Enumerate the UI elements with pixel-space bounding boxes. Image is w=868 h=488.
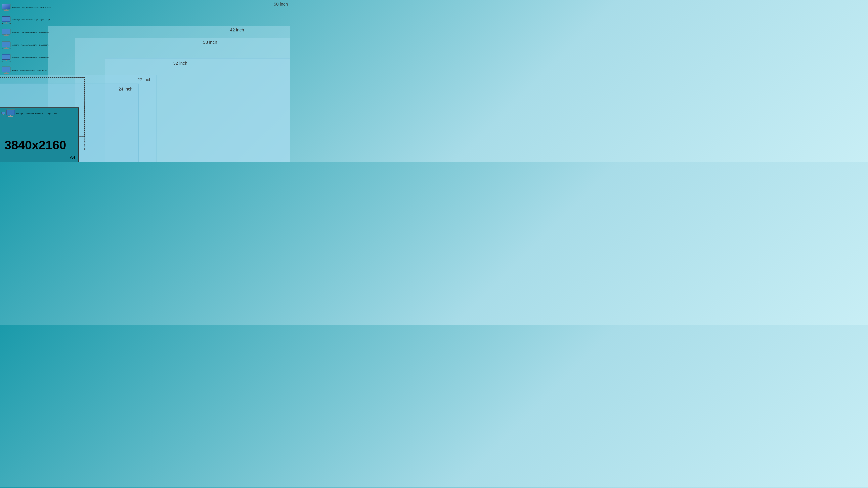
svg-rect-45 [6, 117, 7, 117]
svg-rect-42 [7, 110, 14, 115]
svg-rect-16 [4, 35, 8, 36]
svg-rect-32 [2, 67, 10, 72]
svg-rect-26 [2, 55, 10, 59]
svg-rect-9 [6, 22, 6, 23]
svg-rect-3 [6, 9, 6, 10]
monitor-icon-5 [1, 54, 11, 62]
label-27-inch: 27 inch [137, 77, 152, 83]
svg-rect-5 [2, 11, 3, 11]
svg-rect-20 [2, 42, 10, 47]
font-labels-6: Arial 4.5pt Times New Roman 4.5pt Segoe … [12, 70, 46, 71]
svg-rect-46 [14, 117, 15, 117]
sidebar-row-6: Arial 4.5pt Times New Roman 4.5pt Segoe … [0, 66, 58, 75]
font-labels-3: Arial 9.09pt Times New Roman 9.11pt Sego… [12, 32, 49, 33]
label-50-inch: 50 inch [274, 2, 288, 7]
monitor-icon-6 [1, 66, 11, 74]
sidebar-row-2: Arial 10.09pt Times New Roman 10.9pt Seg… [0, 15, 58, 24]
svg-rect-2 [2, 4, 10, 9]
svg-rect-12 [9, 23, 10, 24]
sidebar: Arial 13.07pt Times New Roman 13.07pt Se… [0, 0, 58, 77]
a4-label: A4 [70, 155, 75, 160]
svg-rect-40 [2, 115, 4, 115]
svg-rect-14 [2, 29, 10, 34]
sidebar-row-5: Arial 5.87pt Times New Roman 5.17pt Sego… [0, 53, 58, 62]
monitor-icon-2 [1, 16, 11, 24]
font-labels-2: Arial 10.09pt Times New Roman 10.9pt Seg… [12, 19, 50, 21]
monitor-icon-1 [1, 3, 11, 11]
svg-rect-44 [8, 116, 13, 117]
svg-rect-18 [9, 36, 10, 36]
resolution-text: 3840x2160 [4, 138, 66, 152]
font-labels-4: Arial 6.57pt Times New Roman 6.17pt Sego… [12, 44, 49, 46]
svg-rect-34 [4, 73, 8, 74]
svg-rect-36 [9, 74, 10, 74]
font-labels-5: Arial 5.87pt Times New Roman 5.17pt Sego… [12, 57, 49, 58]
monitor-4k-display: Arial 12pt Times New Roman 12pt Segoe UI… [0, 107, 79, 162]
svg-rect-6 [9, 11, 10, 11]
svg-rect-33 [6, 72, 6, 73]
svg-rect-21 [6, 47, 6, 48]
svg-rect-10 [4, 23, 8, 24]
svg-rect-8 [2, 17, 10, 22]
svg-rect-38 [2, 112, 5, 114]
svg-rect-35 [2, 74, 3, 74]
monitor-icon-3 [1, 28, 11, 36]
svg-rect-29 [2, 61, 3, 62]
svg-rect-11 [2, 23, 3, 24]
svg-rect-39 [3, 114, 4, 115]
svg-rect-28 [4, 61, 8, 61]
svg-rect-23 [2, 48, 3, 49]
label-32-inch: 32 inch [173, 61, 187, 66]
label-42-inch: 42 inch [230, 28, 244, 33]
svg-rect-4 [4, 10, 8, 11]
sidebar-row-1: Arial 13.07pt Times New Roman 13.07pt Se… [0, 3, 58, 12]
visual-field-label: Визуальное поле / Visual Field [83, 107, 87, 162]
sidebar-row-3: Arial 9.09pt Times New Roman 9.11pt Sego… [0, 28, 58, 37]
monitor-icon-4 [1, 41, 11, 49]
svg-rect-24 [9, 48, 10, 49]
svg-rect-17 [2, 36, 3, 36]
font-labels-1: Arial 13.07pt Times New Roman 13.07pt Se… [12, 6, 51, 8]
sidebar-row-4: Arial 6.57pt Times New Roman 6.17pt Sego… [0, 41, 58, 50]
main-container: 50 inch 42 inch 38 inch 32 inch 27 inch … [0, 0, 290, 162]
label-38-inch: 38 inch [203, 40, 217, 45]
large-monitor-icon [6, 109, 15, 118]
svg-rect-15 [6, 34, 6, 35]
label-24-inch: 24 inch [119, 87, 132, 92]
small-monitor-icon-row [1, 111, 5, 116]
font-labels-monitor-display: Arial 12pt Times New Roman 12pt Segoe UI… [16, 113, 57, 115]
svg-rect-27 [6, 60, 6, 61]
svg-rect-43 [10, 115, 11, 116]
svg-rect-30 [9, 61, 10, 62]
svg-rect-22 [4, 48, 8, 49]
